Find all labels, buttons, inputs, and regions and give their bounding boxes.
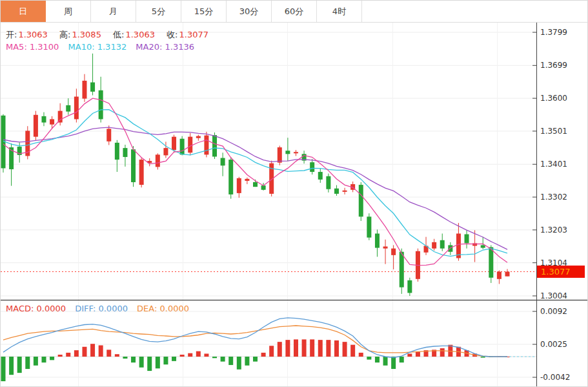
diff-value-legend: DIFF: 0.0000 <box>75 304 128 313</box>
candle <box>448 245 452 251</box>
candle <box>221 158 225 166</box>
candle <box>440 240 445 249</box>
candle <box>505 272 510 277</box>
macd-bar <box>343 342 347 357</box>
candle <box>367 216 371 237</box>
low-value: 1.3063 <box>125 30 155 39</box>
macd-bar <box>163 357 168 364</box>
macd-bar <box>481 357 485 358</box>
candle <box>50 119 54 124</box>
macd-bar <box>375 357 380 362</box>
macd-bar <box>147 357 152 371</box>
current-price-value: 1.3077 <box>541 267 571 277</box>
price-axis-label: 1.3600 <box>540 94 567 103</box>
macd-bar <box>285 340 290 357</box>
candle <box>82 81 86 99</box>
macd-bar <box>212 357 217 358</box>
candle <box>261 185 266 190</box>
macd-axis-label: 0.0025 <box>540 340 567 349</box>
macd-bar <box>172 357 176 361</box>
trading-chart-window: 1.37991.36991.36001.35011.34011.33021.32… <box>0 0 588 387</box>
macd-axis-label: 0.0092 <box>540 307 567 316</box>
price-axis: 1.37991.36991.36001.35011.34011.33021.32… <box>532 23 570 387</box>
candle <box>90 82 95 91</box>
macd-bar <box>1 357 6 381</box>
macd-bar <box>115 354 119 357</box>
macd-bar <box>82 347 86 357</box>
price-axis-label: 1.3699 <box>540 61 567 70</box>
macd-bar <box>400 357 404 362</box>
open-label: 开: <box>6 30 17 39</box>
close-value: 1.3077 <box>179 30 208 39</box>
macd-bar <box>156 357 160 368</box>
candle <box>481 245 485 247</box>
candle <box>359 185 363 216</box>
macd-bar <box>407 353 412 357</box>
candle <box>465 235 469 244</box>
macd-bar <box>245 357 249 366</box>
macd-bar <box>326 340 330 357</box>
macd-bar <box>34 357 38 366</box>
candle <box>285 151 290 154</box>
macd-bar <box>350 345 355 357</box>
candle <box>196 136 201 138</box>
candle <box>180 139 185 155</box>
macd-bar <box>416 351 420 357</box>
candle <box>245 179 249 181</box>
macd-bar <box>228 357 233 365</box>
price-axis-label: 1.3501 <box>540 127 567 136</box>
close-label: 收: <box>167 30 177 39</box>
candle <box>375 234 380 248</box>
ma-legend: MA5: 1.3100 MA10: 1.3132 MA20: 1.3136 <box>6 42 201 52</box>
price-axis-label: 1.3302 <box>540 193 567 202</box>
candle <box>74 97 79 120</box>
ohlc-legend: 开:1.3063 高:1.3085 低:1.3063 收:1.3077 <box>6 29 218 41</box>
macd-bar <box>41 357 46 362</box>
macd-bar <box>334 340 339 357</box>
macd-bar <box>66 353 70 357</box>
macd-bar <box>106 350 111 357</box>
candle <box>343 191 347 192</box>
dea-value-legend: DEA: 0.0000 <box>137 304 189 313</box>
price-axis-label: 1.3799 <box>540 28 567 37</box>
macd-bar <box>278 342 282 357</box>
macd-bar <box>367 357 371 360</box>
high-value: 1.3085 <box>72 30 101 39</box>
current-price-badge: 1.3077 <box>537 266 585 278</box>
candle <box>34 115 38 137</box>
candle <box>212 135 217 156</box>
candle <box>163 148 168 155</box>
candle <box>115 143 119 160</box>
diff-line <box>3 318 507 358</box>
price-axis-label: 1.3203 <box>540 225 567 235</box>
candle <box>139 160 144 185</box>
macd-legend: MACD: 0.0000 DIFF: 0.0000 DEA: 0.0000 <box>6 304 196 313</box>
macd-bar <box>440 348 445 357</box>
macd-bar <box>9 357 14 375</box>
candle <box>432 242 436 249</box>
macd-bar <box>188 353 192 357</box>
macd-bar <box>318 340 323 357</box>
macd-bar <box>25 357 30 369</box>
price-axis-label: 1.3401 <box>540 160 567 169</box>
macd-bar <box>294 339 298 357</box>
candle <box>326 176 330 189</box>
macd-bar <box>139 357 144 368</box>
candle <box>228 160 233 194</box>
macd-bar <box>302 339 307 357</box>
macd-bar <box>269 346 274 357</box>
candle <box>489 247 493 278</box>
ma10-legend: MA10: 1.3132 <box>68 42 127 52</box>
candle <box>99 90 103 120</box>
candlestick-layer <box>1 54 510 296</box>
macd-bar <box>131 357 136 362</box>
macd-bar <box>383 357 388 366</box>
candle <box>58 111 63 123</box>
low-label: 低: <box>113 30 124 39</box>
candle <box>237 178 241 193</box>
macd-bar <box>310 339 314 357</box>
macd-bar <box>221 357 225 362</box>
macd-bar <box>17 357 22 373</box>
ma20-legend: MA20: 1.3136 <box>136 42 194 52</box>
macd-bar <box>391 357 396 369</box>
